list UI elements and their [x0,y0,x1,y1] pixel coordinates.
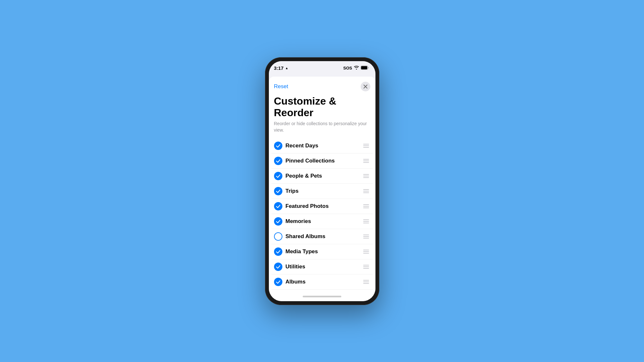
checkbox-featured-photos[interactable] [274,202,282,210]
drag-line [363,223,369,223]
drag-line [363,251,369,252]
modal-title: Customize & Reorder [269,94,375,121]
list-item-featured-photos[interactable]: Featured Photos [271,199,373,214]
wifi-icon [354,66,359,70]
checkbox-memories[interactable] [274,217,282,226]
drag-line [363,159,369,160]
phone-screen: 3:17 ▲ SOS [269,61,375,301]
checkbox-trips[interactable] [274,187,282,195]
home-indicator [269,292,375,301]
status-bar: 3:17 ▲ SOS [269,61,375,75]
drag-line [363,221,369,222]
drag-handle-recent-days[interactable] [362,143,370,148]
drag-line [363,176,369,176]
list-item-recent-days[interactable]: Recent Days [271,138,373,153]
checkbox-media-types[interactable] [274,247,282,256]
modal-subtitle: Reorder or hide collections to personali… [269,121,375,138]
list-item-pinned-collections[interactable]: Pinned Collections [271,153,373,169]
phone-shell: 3:17 ▲ SOS [265,57,379,305]
drag-handle-featured-photos[interactable] [362,204,370,209]
close-button[interactable] [361,82,370,91]
checkbox-pinned-collections[interactable] [274,157,282,165]
drag-handle-shared-albums[interactable] [362,234,370,239]
drag-handle-pinned-collections[interactable] [362,158,370,163]
label-pinned-collections: Pinned Collections [286,158,359,164]
drag-line [363,219,369,220]
status-icons: SOS [343,66,369,71]
status-time: 3:17 ▲ [274,65,289,71]
checkbox-albums[interactable] [274,278,282,286]
label-people-pets: People & Pets [286,173,359,179]
drag-handle-trips[interactable] [362,189,370,194]
drag-line [363,235,369,235]
drag-line [363,144,369,144]
label-utilities: Utilities [286,264,359,270]
drag-line [363,236,369,237]
list-item-shared-albums[interactable]: Shared Albums [271,229,373,244]
label-recent-days: Recent Days [286,143,359,149]
checkbox-utilities[interactable] [274,263,282,271]
list-item-media-types[interactable]: Media Types [271,244,373,259]
drag-line [363,283,369,284]
drag-handle-memories[interactable] [362,219,370,224]
list-item-wallpaper-suggestions[interactable]: Wallpaper Suggestions [271,290,373,292]
list-item-people-pets[interactable]: People & Pets [271,169,373,184]
drag-line [363,253,369,254]
label-trips: Trips [286,188,359,194]
drag-line [363,280,369,281]
label-memories: Memories [286,218,359,225]
drag-line [363,174,369,175]
drag-line [363,161,369,161]
time-display: 3:17 [274,65,284,71]
drag-handle-people-pets[interactable] [362,173,370,179]
drag-line [363,192,369,193]
sos-label: SOS [343,66,352,70]
list-item-utilities[interactable]: Utilities [271,259,373,274]
drag-handle-albums[interactable] [362,279,370,284]
list-item-memories[interactable]: Memories [271,214,373,229]
label-albums: Albums [286,279,359,285]
drag-line [363,282,369,282]
svg-rect-1 [361,66,367,69]
drag-line [363,206,369,207]
list-item-albums[interactable]: Albums [271,274,373,290]
label-shared-albums: Shared Albums [286,233,359,240]
drag-handle-media-types[interactable] [362,249,370,254]
label-featured-photos: Featured Photos [286,203,359,209]
drag-line [363,162,369,163]
drag-line [363,268,369,269]
modal-header: Reset [269,77,375,94]
battery-icon [361,66,369,71]
location-arrow-icon: ▲ [285,66,289,70]
drag-line [363,189,369,190]
checkbox-recent-days[interactable] [274,142,282,150]
list-container: Recent Days Pinned Collections People & … [269,138,375,292]
drag-line [363,204,369,205]
drag-line [363,250,369,250]
drag-line [363,238,369,238]
drag-line [363,266,369,267]
checkbox-people-pets[interactable] [274,172,282,180]
drag-handle-utilities[interactable] [362,264,370,269]
drag-line [363,177,369,178]
checkbox-shared-albums[interactable] [274,232,282,241]
drag-line [363,191,369,191]
list-item-trips[interactable]: Trips [271,184,373,199]
reset-button[interactable]: Reset [274,83,288,90]
home-bar [303,296,341,297]
drag-line [363,145,369,146]
drag-line [363,208,369,208]
modal-sheet: Reset Customize & Reorder Reorder or hid… [269,77,375,292]
label-media-types: Media Types [286,248,359,255]
drag-line [363,265,369,265]
drag-line [363,147,369,148]
